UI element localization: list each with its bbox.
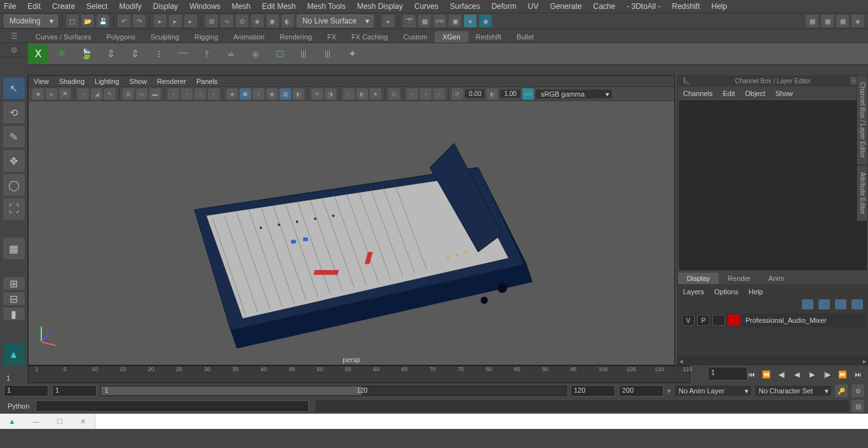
menu-mesh[interactable]: Mesh [232, 2, 250, 11]
shelf-tab-bullet[interactable]: Bullet [509, 31, 542, 43]
vp-colorspace-dropdown[interactable]: sRGB gamma [536, 90, 612, 98]
layout-1-icon[interactable]: ⊞ [3, 277, 25, 290]
vp-shaded-icon[interactable]: ⬢ [240, 88, 251, 100]
vp-tb-10[interactable]: ▫ [168, 88, 179, 100]
menu-cache[interactable]: Cache [593, 2, 615, 11]
menu-help[interactable]: Help [712, 2, 728, 11]
vp-tb-19[interactable]: ◐ [293, 88, 304, 100]
snap-plane-icon[interactable]: ◈ [251, 15, 264, 27]
vp-tb-22[interactable]: ○ [343, 88, 355, 100]
vp-menu-panels[interactable]: Panels [196, 78, 218, 85]
xgen-icon-1[interactable]: X [28, 44, 48, 64]
layers-menu[interactable]: Layers [683, 288, 704, 295]
select-tool[interactable]: ↖ [3, 78, 25, 99]
taskbar-max-icon[interactable]: ☐ [57, 417, 63, 426]
playback-start-input[interactable]: 1 [52, 385, 97, 397]
vp-tb-24[interactable]: ● [370, 88, 381, 100]
side-tab-attribute-editor[interactable]: Attribute Editor [857, 165, 868, 221]
cb-channels[interactable]: Channels [683, 90, 712, 97]
workspace-icon-4[interactable]: ◈ [851, 15, 864, 27]
vp-tb-28[interactable]: ▫ [433, 88, 445, 100]
workspace-icon-2[interactable]: ▦ [821, 15, 834, 27]
menu-edit-mesh[interactable]: Edit Mesh [262, 2, 295, 11]
play-back-icon[interactable]: ◀ [790, 368, 803, 381]
snap-live-icon[interactable]: ◉ [266, 15, 279, 27]
vp-tb-23[interactable]: ◐ [356, 88, 368, 100]
shelf-tab-polygons[interactable]: Polygons [98, 31, 142, 43]
vp-film-icon[interactable]: ▭ [136, 88, 147, 100]
xgen-icon-3[interactable]: 🍃 [76, 44, 97, 64]
xgen-icon-12[interactable]: ⫼ [294, 44, 314, 64]
vp-exposure-icon[interactable]: ⟳ [452, 88, 463, 100]
shelf-tab-sculpting[interactable]: Sculpting [143, 31, 187, 43]
select-hierarchy-icon[interactable]: ▸ [154, 15, 166, 27]
menu-generate[interactable]: Generate [550, 2, 581, 11]
undo-icon[interactable]: ↶ [118, 15, 130, 27]
vp-tb-5[interactable]: ◢ [91, 88, 102, 100]
step-fwd-icon[interactable]: |▶ [821, 368, 834, 381]
vp-menu-renderer[interactable]: Renderer [157, 78, 186, 85]
vp-tb-2[interactable]: ▸ [46, 88, 57, 100]
xgen-icon-14[interactable]: ✦ [342, 44, 362, 64]
workspace-selector[interactable]: Modeling [4, 15, 58, 27]
layer-type-toggle[interactable] [712, 315, 725, 326]
select-component-icon[interactable]: ▸ [184, 15, 197, 27]
range-slider[interactable]: 1 120 [100, 386, 567, 396]
vp-tb-25[interactable]: ⊙ [388, 88, 400, 100]
snap-curve-icon[interactable]: ∿ [220, 15, 233, 27]
redo-icon[interactable]: ↷ [133, 15, 146, 27]
command-input[interactable] [36, 400, 309, 412]
rotate-tool[interactable]: ◯ [3, 174, 25, 196]
taskbar-close-icon[interactable]: ✕ [80, 417, 86, 426]
xgen-icon-9[interactable]: ⫨ [221, 44, 241, 64]
layers-options[interactable]: Options [714, 288, 738, 295]
menu-uv[interactable]: UV [528, 2, 539, 11]
menu-surfaces[interactable]: Surfaces [450, 2, 480, 11]
vp-wireframe-icon[interactable]: ◈ [226, 88, 238, 100]
layer-vis-toggle[interactable]: V [682, 315, 695, 326]
step-fwd-key-icon[interactable]: ⏩ [836, 368, 849, 381]
vp-grid-icon[interactable]: ⊞ [123, 88, 134, 100]
menu-display[interactable]: Display [153, 2, 178, 11]
vp-menu-show[interactable]: Show [130, 78, 147, 85]
vp-tb-4[interactable]: ▫ [78, 88, 89, 100]
vp-exposure-value[interactable]: 0.00 [465, 90, 485, 98]
layout-3-icon[interactable]: ▮ [3, 308, 25, 320]
time-slider[interactable]: 1510152025303540455055606570758085909510… [28, 365, 690, 383]
vp-tb-11[interactable]: ▫ [181, 88, 193, 100]
layer-btn-1[interactable] [802, 299, 813, 309]
xgen-icon-13[interactable]: ⫼ [318, 44, 338, 64]
shelf-tab-rigging[interactable]: Rigging [187, 31, 226, 43]
xgen-icon-7[interactable]: 〰 [173, 44, 193, 64]
layer-tab-render[interactable]: Render [719, 273, 759, 284]
menu-curves[interactable]: Curves [414, 2, 438, 11]
live-surface-dropdown[interactable]: No Live Surface [297, 15, 374, 27]
range-handle[interactable] [101, 386, 362, 395]
shelf-tab-custom[interactable]: Custom [396, 31, 435, 43]
go-start-icon[interactable]: ⏮ [745, 368, 757, 381]
layer-row[interactable]: V P Professional_Audio_Mixer [681, 313, 865, 327]
character-set-dropdown[interactable]: No Character Set [755, 386, 831, 396]
new-scene-icon[interactable]: ▢ [66, 15, 79, 27]
menu-3dtoall[interactable]: - 3DtoAll - [627, 2, 660, 11]
scale-tool[interactable]: ⛶ [3, 198, 25, 220]
range-end-input[interactable]: 200 [619, 385, 663, 397]
history-icon[interactable]: ▸ [382, 15, 395, 27]
xgen-icon-2[interactable]: 👁 [52, 44, 72, 64]
autokey-icon[interactable]: 🔑 [835, 384, 848, 397]
vp-tb-3[interactable]: ⚑ [59, 88, 71, 100]
prefs-icon[interactable]: ⚙ [851, 384, 864, 397]
vp-tb-1[interactable]: ■ [32, 88, 44, 100]
workspace-icon-1[interactable]: ▦ [806, 15, 818, 27]
layers-help[interactable]: Help [749, 288, 763, 295]
menu-select[interactable]: Select [86, 2, 107, 11]
shelf-tab-fx[interactable]: FX [320, 31, 344, 43]
step-back-key-icon[interactable]: ⏪ [760, 368, 773, 381]
render-frame-icon[interactable]: 🎬 [403, 15, 416, 27]
shelf-tab-redshift[interactable]: Redshift [468, 31, 509, 43]
layer-scrollbar[interactable]: ◂▸ [678, 356, 868, 365]
cb-show[interactable]: Show [775, 90, 793, 97]
vp-menu-lighting[interactable]: Lighting [95, 78, 119, 85]
cb-object[interactable]: Object [745, 90, 765, 97]
shelf-tab-fxcaching[interactable]: FX Caching [344, 31, 395, 43]
